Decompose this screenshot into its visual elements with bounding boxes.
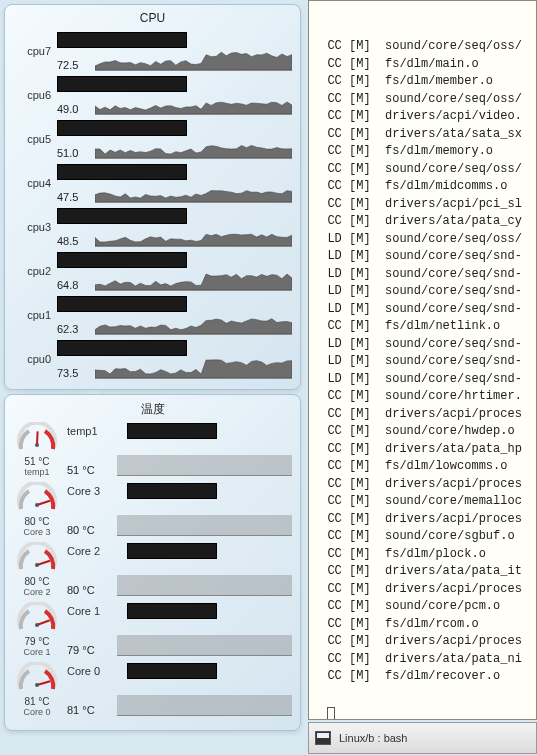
svg-line-2 bbox=[37, 501, 50, 505]
temperature-history-graph bbox=[117, 626, 292, 656]
terminal-line: CC [M] fs/dlm/plock.o bbox=[313, 546, 532, 564]
cpu-row: cpu264.8 bbox=[13, 249, 292, 293]
cpu-core-label: cpu3 bbox=[13, 221, 51, 233]
temperature-sensor-name: temp1 bbox=[67, 425, 117, 437]
cpu-row: cpu447.5 bbox=[13, 161, 292, 205]
temperature-gauge-icon bbox=[15, 662, 59, 698]
temperature-gauge-icon bbox=[15, 542, 59, 578]
terminal-icon[interactable] bbox=[315, 731, 331, 745]
cpu-core-label: cpu2 bbox=[13, 265, 51, 277]
cpu-history-graph bbox=[95, 137, 292, 159]
gauge-label: Core 3 bbox=[23, 527, 50, 537]
cpu-usage-bar bbox=[57, 208, 187, 224]
terminal-line: CC [M] drivers/acpi/proces bbox=[313, 406, 532, 424]
terminal-line: CC [M] drivers/acpi/proces bbox=[313, 511, 532, 529]
cpu-usage-value: 64.8 bbox=[57, 279, 91, 291]
terminal-line: CC [M] drivers/ata/pata_cy bbox=[313, 213, 532, 231]
terminal-line: LD [M] sound/core/seq/snd- bbox=[313, 283, 532, 301]
terminal-line: CC [M] sound/core/seq/oss/ bbox=[313, 91, 532, 109]
terminal-line: CC [M] drivers/acpi/video. bbox=[313, 108, 532, 126]
temperature-gauge-icon bbox=[15, 422, 59, 458]
temperature-history-graph bbox=[117, 446, 292, 476]
svg-point-7 bbox=[35, 623, 39, 627]
svg-point-3 bbox=[35, 503, 39, 507]
taskbar-window-title[interactable]: Linux/b : bash bbox=[339, 732, 408, 744]
svg-line-8 bbox=[37, 681, 50, 685]
terminal-line: CC [M] fs/dlm/netlink.o bbox=[313, 318, 532, 336]
cpu-core-label: cpu0 bbox=[13, 353, 51, 365]
terminal-line: CC [M] drivers/ata/pata_it bbox=[313, 563, 532, 581]
terminal-line: CC [M] fs/dlm/lowcomms.o bbox=[313, 458, 532, 476]
cpu-usage-bar bbox=[57, 296, 187, 312]
temperature-widget: 温度 51 °Ctemp1temp151 °C80 °CCore 3Core 3… bbox=[4, 394, 301, 731]
temperature-sensor-name: Core 0 bbox=[67, 665, 117, 677]
cpu-usage-bar bbox=[57, 252, 187, 268]
terminal-output[interactable]: CC [M] sound/core/seq/oss/ CC [M] fs/dlm… bbox=[308, 0, 537, 720]
temperature-bar bbox=[127, 543, 217, 559]
cpu-usage-value: 47.5 bbox=[57, 191, 91, 203]
cpu-row: cpu772.5 bbox=[13, 29, 292, 73]
cpu-usage-value: 62.3 bbox=[57, 323, 91, 335]
terminal-cursor-icon bbox=[327, 707, 335, 720]
terminal-line: CC [M] fs/dlm/recover.o bbox=[313, 668, 532, 686]
temperature-bar bbox=[127, 423, 217, 439]
terminal-line: CC [M] drivers/acpi/proces bbox=[313, 633, 532, 651]
terminal-line: CC [M] sound/core/hrtimer. bbox=[313, 388, 532, 406]
gauge-label: Core 2 bbox=[23, 587, 50, 597]
gauge-label: temp1 bbox=[24, 467, 49, 477]
temperature-history-graph bbox=[117, 566, 292, 596]
temperature-history-graph bbox=[117, 686, 292, 716]
terminal-line: CC [M] drivers/ata/pata_hp bbox=[313, 441, 532, 459]
terminal-line: LD [M] sound/core/seq/snd- bbox=[313, 266, 532, 284]
temperature-sensor-name: Core 3 bbox=[67, 485, 117, 497]
cpu-usage-value: 48.5 bbox=[57, 235, 91, 247]
cpu-usage-value: 51.0 bbox=[57, 147, 91, 159]
cpu-history-graph bbox=[95, 269, 292, 291]
cpu-widget: CPU cpu772.5cpu649.0cpu551.0cpu447.5cpu3… bbox=[4, 4, 301, 390]
terminal-line: LD [M] sound/core/seq/snd- bbox=[313, 371, 532, 389]
temperature-graph-value: 81 °C bbox=[67, 704, 111, 716]
temperature-gauge-icon bbox=[15, 482, 59, 518]
terminal-line: CC [M] fs/dlm/memory.o bbox=[313, 143, 532, 161]
cpu-history-graph bbox=[95, 225, 292, 247]
cpu-core-label: cpu7 bbox=[13, 45, 51, 57]
temperature-row: 81 °CCore 0Core 081 °C bbox=[13, 662, 292, 722]
taskbar[interactable]: Linux/b : bash bbox=[308, 722, 537, 754]
terminal-line: CC [M] sound/core/hwdep.o bbox=[313, 423, 532, 441]
temperature-row: 51 °Ctemp1temp151 °C bbox=[13, 422, 292, 482]
terminal-line: CC [M] fs/dlm/midcomms.o bbox=[313, 178, 532, 196]
terminal-line: LD [M] sound/core/seq/oss/ bbox=[313, 231, 532, 249]
svg-point-1 bbox=[35, 443, 39, 447]
svg-point-9 bbox=[35, 683, 39, 687]
terminal-line: CC [M] sound/core/sgbuf.o bbox=[313, 528, 532, 546]
terminal-line: CC [M] drivers/acpi/pci_sl bbox=[313, 196, 532, 214]
cpu-history-graph bbox=[95, 181, 292, 203]
cpu-core-label: cpu5 bbox=[13, 133, 51, 145]
temperature-graph-value: 51 °C bbox=[67, 464, 111, 476]
temperature-bar bbox=[127, 483, 217, 499]
cpu-usage-bar bbox=[57, 164, 187, 180]
cpu-history-graph bbox=[95, 93, 292, 115]
terminal-line: LD [M] sound/core/seq/snd- bbox=[313, 248, 532, 266]
cpu-history-graph bbox=[95, 357, 292, 379]
temperature-sensor-name: Core 1 bbox=[67, 605, 117, 617]
svg-line-4 bbox=[37, 561, 50, 565]
cpu-usage-bar bbox=[57, 340, 187, 356]
left-panel: CPU cpu772.5cpu649.0cpu551.0cpu447.5cpu3… bbox=[0, 0, 305, 755]
cpu-row: cpu649.0 bbox=[13, 73, 292, 117]
temperature-sensor-name: Core 2 bbox=[67, 545, 117, 557]
gauge-label: Core 1 bbox=[23, 647, 50, 657]
temperature-row: 80 °CCore 2Core 280 °C bbox=[13, 542, 292, 602]
cpu-usage-value: 72.5 bbox=[57, 59, 91, 71]
temperature-gauge-icon bbox=[15, 602, 59, 638]
terminal-line: CC [M] sound/core/pcm.o bbox=[313, 598, 532, 616]
svg-line-6 bbox=[37, 620, 50, 625]
cpu-row: cpu073.5 bbox=[13, 337, 292, 381]
cpu-row: cpu162.3 bbox=[13, 293, 292, 337]
temperature-graph-value: 80 °C bbox=[67, 524, 111, 536]
temperature-bar bbox=[127, 603, 217, 619]
cpu-row: cpu348.5 bbox=[13, 205, 292, 249]
svg-point-5 bbox=[35, 563, 39, 567]
terminal-line: CC [M] fs/dlm/rcom.o bbox=[313, 616, 532, 634]
cpu-history-graph bbox=[95, 49, 292, 71]
